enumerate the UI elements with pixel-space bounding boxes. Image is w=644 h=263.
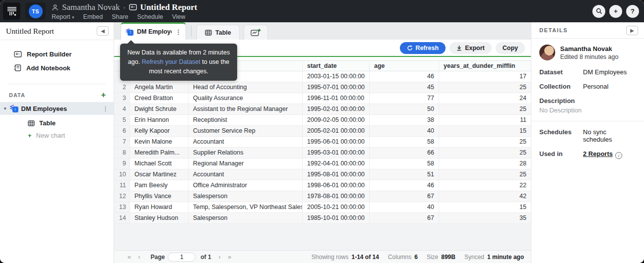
add-data-button[interactable]: + xyxy=(101,91,106,99)
breadcrumb-report-title[interactable]: Untitled Report xyxy=(140,2,197,12)
content-area: ↑ DM Employe... ⋮ Table xyxy=(114,22,531,263)
table-row[interactable]: 12Phyllis VanceSalesperson1978-08-01 00:… xyxy=(114,191,531,202)
sidebar-item-table[interactable]: Table xyxy=(0,117,114,129)
table-row[interactable]: 7Kevin MaloneAccountant1995-06-01 00:00:… xyxy=(114,137,531,148)
dataset-icon: ↑ xyxy=(126,28,133,36)
breadcrumb-user[interactable]: Samantha Novak xyxy=(62,2,120,12)
sidebar-item-new-chart[interactable]: + New chart xyxy=(0,129,114,142)
table-cell: Receptionist xyxy=(189,115,303,125)
info-icon[interactable]: i xyxy=(615,152,622,159)
table-cell: 1995-02-01 00:00:00 xyxy=(303,104,370,114)
sidebar-item-add-notebook[interactable]: Add Notebook xyxy=(0,61,114,75)
details-divider xyxy=(531,121,644,121)
table-row[interactable]: 6Kelly KapoorCustomer Service Rep2005-02… xyxy=(114,126,531,137)
sidebar-collapse-button[interactable]: ◀ xyxy=(97,26,109,36)
table-cell: 2009-02-05 00:00:00 xyxy=(303,115,370,125)
kebab-menu-icon[interactable]: ⋮ xyxy=(175,28,182,36)
table-row[interactable]: 10Oscar MartinezAccountant1995-08-01 00:… xyxy=(114,169,531,180)
table-cell: 24 xyxy=(439,93,531,104)
table-cell: 2005-10-21 00:00:00 xyxy=(303,202,370,212)
table-row[interactable]: 3Creed BrattonQuality Assurance1996-11-0… xyxy=(114,93,531,104)
footer-stats: Showing rows1-14 of 14 Columns6 Size899B… xyxy=(312,254,524,261)
table-row[interactable]: 9Michael ScottRegional Manager1992-04-01… xyxy=(114,158,531,169)
owner-profile: Samantha Novak Edited 8 minutes ago xyxy=(539,45,636,60)
collection-label: Collection xyxy=(539,83,583,90)
table-cell: 45 xyxy=(370,82,439,93)
details-collapse-button[interactable]: ▶ xyxy=(626,26,638,35)
table-cell: 67 xyxy=(370,213,439,223)
export-button[interactable]: Export xyxy=(450,42,492,54)
refresh-dataset-link[interactable]: Refresh your Dataset xyxy=(142,58,200,65)
stat-synced: Synced1 minute ago xyxy=(464,254,524,261)
table-row[interactable]: 5Erin HannonReceptionist2009-02-05 00:00… xyxy=(114,115,531,126)
tab-dm-employees[interactable]: ↑ DM Employe... ⋮ xyxy=(121,22,186,40)
table-cell: Meredith Palm... xyxy=(130,148,189,158)
row-number-cell: 5 xyxy=(114,115,130,125)
table-cell: Phyllis Vance xyxy=(130,191,189,202)
table-row[interactable]: 8Meredith Palm...Supplier Relations1995-… xyxy=(114,148,531,158)
plus-icon: + xyxy=(614,7,618,15)
details-title: DETAILS xyxy=(539,27,568,33)
table-row[interactable]: 14Stanley HudsonSalesperson1985-10-01 00… xyxy=(114,213,531,224)
table-cell: 1985-10-01 00:00:00 xyxy=(303,213,370,223)
table-cell: 51 xyxy=(370,169,439,180)
prev-page-button[interactable]: ‹ xyxy=(138,253,140,261)
help-button[interactable]: ? xyxy=(626,5,639,18)
table-cell: Assistant to the Regional Manager xyxy=(189,104,303,114)
first-page-button[interactable]: « xyxy=(128,253,131,261)
menu-schedule[interactable]: Schedule xyxy=(137,13,163,20)
used-in-reports-link[interactable]: 2 Reports xyxy=(583,150,613,158)
app-logo[interactable] xyxy=(3,2,20,20)
schedules-label: Schedules xyxy=(539,128,583,143)
table-row[interactable]: 4Dwight SchruteAssistant to the Regional… xyxy=(114,104,531,115)
menu-embed[interactable]: Embed xyxy=(83,13,103,20)
dataset-label: Dataset xyxy=(539,68,583,76)
sidebar-dataset-dm-employees[interactable]: ▾ ↑ DM Employees ⋮ xyxy=(0,102,114,115)
table-cell: Michael Scott xyxy=(130,158,189,169)
chevron-down-icon[interactable]: ▾ xyxy=(4,106,6,111)
collection-value: Personal xyxy=(583,83,608,90)
table-cell: Regional Manager xyxy=(189,158,303,169)
sidebar: Untitled Report ◀ Report Builder xyxy=(0,22,114,263)
table-row[interactable]: 11Pam BeeslyOffice Administrator1998-06-… xyxy=(114,180,531,191)
refresh-button[interactable]: Refresh xyxy=(400,42,446,54)
table-cell: Salesperson xyxy=(189,191,303,202)
stat-columns: Columns6 xyxy=(388,254,418,261)
tab-new-chart[interactable] xyxy=(244,25,268,40)
table-cell: Head of Accounting xyxy=(189,82,303,93)
table-cell: 25 xyxy=(439,104,531,114)
table-cell: 15 xyxy=(439,202,531,212)
page-label: Page xyxy=(151,254,165,261)
table-row[interactable]: 13Ryan HowardTemp, Salesperson, VP North… xyxy=(114,202,531,213)
copy-button[interactable]: Copy xyxy=(496,42,525,54)
dataset-icon: ↑ xyxy=(9,105,18,112)
sidebar-item-report-builder[interactable]: Report Builder xyxy=(0,47,114,61)
kebab-menu-icon[interactable]: ⋮ xyxy=(102,105,109,112)
menu-share[interactable]: Share xyxy=(112,13,128,20)
user-avatar-button[interactable]: TS xyxy=(25,2,46,20)
menu-view[interactable]: View xyxy=(172,13,186,20)
page-number-input[interactable] xyxy=(168,253,195,262)
sidebar-divider xyxy=(8,84,106,84)
table-cell: 1978-08-01 00:00:00 xyxy=(303,191,370,202)
menu-report[interactable]: Report ▾ xyxy=(52,13,74,20)
new-data-tooltip: New Data is available from 2 minutes ago… xyxy=(120,44,237,81)
sidebar-item-label: Table xyxy=(39,119,56,127)
details-row-collection: Collection Personal xyxy=(539,83,636,90)
column-header-start-date[interactable]: start_date xyxy=(303,61,370,71)
next-page-button[interactable]: › xyxy=(219,253,221,261)
row-number-cell: 13 xyxy=(114,202,130,212)
table-row[interactable]: 2Angela MartinHead of Accounting1995-07-… xyxy=(114,82,531,93)
column-header-years[interactable]: years_at_dunder_mifflin xyxy=(439,61,531,71)
search-button[interactable] xyxy=(592,5,605,18)
add-button[interactable]: + xyxy=(609,5,622,18)
table-cell: 25 xyxy=(439,82,531,93)
sidebar-item-label: Report Builder xyxy=(27,51,71,58)
stat-showing-rows: Showing rows1-14 of 14 xyxy=(312,254,379,261)
tab-table[interactable]: Table xyxy=(196,25,240,40)
last-page-button[interactable]: » xyxy=(228,253,231,261)
column-header-age[interactable]: age xyxy=(370,61,439,71)
content-filler xyxy=(114,224,531,250)
dataset-value: DM Employees xyxy=(583,68,627,76)
table-cell: 17 xyxy=(439,71,531,82)
